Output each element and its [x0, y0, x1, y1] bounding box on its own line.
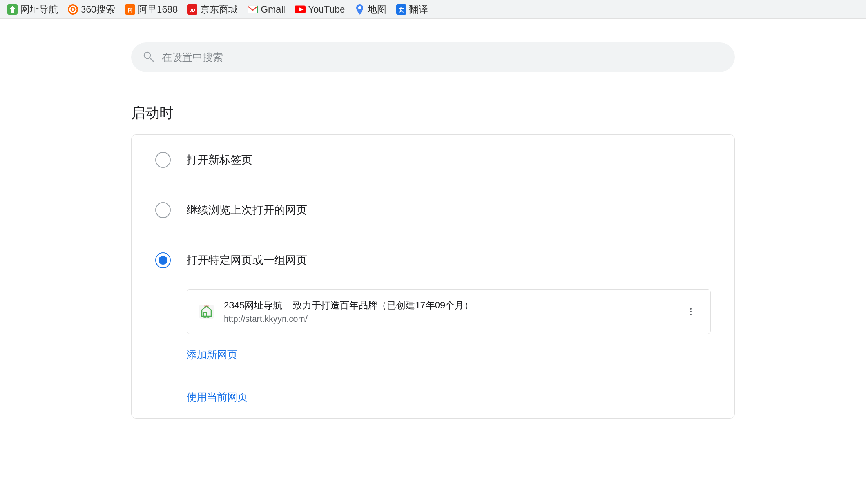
- option-new-tab[interactable]: 打开新标签页: [132, 135, 734, 185]
- add-new-page-link[interactable]: 添加新网页: [187, 342, 711, 368]
- svg-text:文: 文: [399, 7, 404, 13]
- radio-new-tab[interactable]: [155, 152, 171, 168]
- bookmark-360[interactable]: 360搜索: [63, 2, 119, 17]
- svg-line-15: [150, 58, 153, 61]
- website-title: 2345网址导航 – 致力于打造百年品牌（已创建17年09个月）: [224, 299, 674, 312]
- startup-settings-card: 打开新标签页 继续浏览上次打开的网页 打开特定网页或一组网页 2345: [131, 134, 735, 419]
- bookmark-maps-label: 地图: [368, 3, 386, 16]
- main-content: 启动时 打开新标签页 继续浏览上次打开的网页 打开特定网页或一组网页: [0, 19, 866, 442]
- bookmark-translate[interactable]: 文 翻译: [392, 2, 432, 17]
- gmail-icon: [247, 4, 258, 15]
- svg-text:阿: 阿: [128, 7, 133, 13]
- search-icon: [143, 51, 154, 63]
- youtube-icon: [295, 4, 306, 15]
- svg-rect-8: [248, 5, 258, 13]
- option-continue[interactable]: 继续浏览上次打开的网页: [132, 185, 734, 235]
- bookmark-youtube-label: YouTube: [308, 4, 345, 15]
- search-input[interactable]: [162, 51, 723, 63]
- svg-text:JD: JD: [190, 8, 195, 13]
- svg-point-20: [690, 314, 692, 315]
- bookmark-translate-label: 翻译: [409, 3, 428, 16]
- option-specific-label: 打开特定网页或一组网页: [187, 253, 307, 268]
- radio-specific[interactable]: [155, 252, 171, 268]
- option-specific[interactable]: 打开特定网页或一组网页: [132, 235, 734, 285]
- bookmark-jd-label: 京东商城: [200, 3, 238, 16]
- bookmark-wangzhi[interactable]: 网址导航: [3, 2, 62, 17]
- website-url: http://start.kkyyn.com/: [224, 314, 674, 324]
- wangzhi-icon: [7, 4, 18, 15]
- option-new-tab-label: 打开新标签页: [187, 152, 252, 167]
- svg-point-11: [358, 6, 361, 9]
- website-favicon: 2345: [199, 304, 214, 319]
- bookmark-gmail-label: Gmail: [261, 4, 285, 15]
- bookmark-maps[interactable]: 地图: [350, 2, 390, 17]
- bookmarks-bar: 网址导航 360搜索 阿 阿里1688 JD 京东: [0, 0, 866, 19]
- svg-point-18: [690, 308, 692, 310]
- search-container: [131, 42, 735, 72]
- website-more-button[interactable]: [683, 304, 699, 319]
- divider: [155, 376, 711, 376]
- 360-icon: [67, 4, 78, 15]
- option-continue-label: 继续浏览上次打开的网页: [187, 203, 307, 218]
- website-info: 2345网址导航 – 致力于打造百年品牌（已创建17年09个月） http://…: [224, 299, 674, 324]
- favicon-2345-icon: 2345: [199, 305, 214, 319]
- svg-point-19: [690, 311, 692, 312]
- search-bar: [131, 42, 735, 72]
- bookmark-360-label: 360搜索: [81, 3, 115, 16]
- svg-text:2345: 2345: [203, 315, 210, 318]
- bookmark-youtube[interactable]: YouTube: [291, 2, 349, 16]
- alibaba-icon: 阿: [125, 4, 136, 15]
- bookmark-wangzhi-label: 网址导航: [20, 3, 58, 16]
- radio-continue[interactable]: [155, 202, 171, 218]
- translate-icon: 文: [396, 4, 407, 15]
- svg-point-3: [72, 8, 74, 11]
- bookmark-alibaba-label: 阿里1688: [138, 3, 178, 16]
- bookmark-alibaba[interactable]: 阿 阿里1688: [121, 2, 181, 17]
- bookmark-jd[interactable]: JD 京东商城: [183, 2, 242, 17]
- maps-icon: [354, 4, 365, 15]
- bookmark-gmail[interactable]: Gmail: [243, 2, 289, 16]
- section-title: 启动时: [131, 103, 735, 123]
- use-current-page-link[interactable]: 使用当前网页: [187, 384, 711, 410]
- jd-icon: JD: [187, 4, 198, 15]
- website-entry: 2345 2345网址导航 – 致力于打造百年品牌（已创建17年09个月） ht…: [187, 289, 711, 334]
